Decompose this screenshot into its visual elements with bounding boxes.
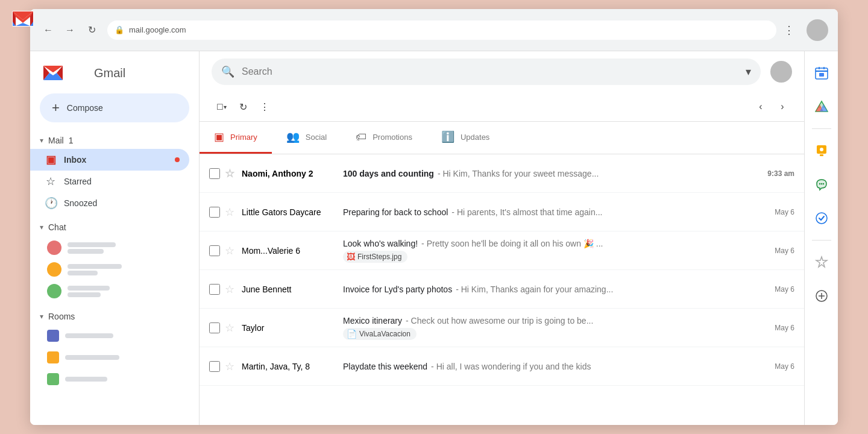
star-ext-icon[interactable]: [810, 250, 834, 274]
rooms-item-3[interactable]: [30, 368, 199, 390]
email-row-1[interactable]: ☆ Naomi, Anthony 2 100 days and counting…: [200, 154, 804, 193]
tab-promotions[interactable]: 🏷 Promotions: [341, 122, 427, 154]
chat-section-header[interactable]: ▾ Chat: [30, 219, 199, 236]
mail-chevron-icon: ▾: [40, 136, 43, 145]
forward-button[interactable]: →: [61, 22, 78, 39]
address-bar[interactable]: 🔒 mail.google.com: [107, 20, 776, 40]
nav-buttons: ← → ↻: [40, 22, 100, 39]
chat-item-1[interactable]: [30, 237, 199, 259]
attachment-icon-5: 📄: [347, 329, 357, 339]
add-ext-icon[interactable]: [810, 284, 834, 308]
attachment-name-3: FirstSteps.jpg: [357, 253, 401, 261]
primary-tab-icon: ▣: [214, 130, 224, 143]
email-main-line-6: Playdate this weekend - Hi all, I was wo…: [343, 362, 747, 371]
browser-menu-icon[interactable]: ⋮: [784, 24, 794, 37]
email-sender-4: June Bennett: [242, 285, 338, 294]
social-tab-icon: 👥: [286, 130, 300, 143]
email-star-2[interactable]: ☆: [225, 206, 237, 219]
rooms-item-2[interactable]: [30, 347, 199, 368]
email-row-2[interactable]: ☆ Little Gators Daycare Preparing for ba…: [200, 193, 804, 231]
chat-line-1b: [68, 249, 104, 254]
email-sender-1: Naomi, Anthony 2: [242, 169, 338, 178]
inbox-dot: [175, 157, 180, 162]
email-checkbox-3[interactable]: [209, 245, 220, 256]
email-checkbox-5[interactable]: [209, 322, 220, 333]
starred-icon: ☆: [45, 175, 57, 188]
address-text: mail.google.com: [129, 25, 186, 34]
google-calendar-icon[interactable]: [810, 61, 834, 85]
tab-social[interactable]: 👥 Social: [272, 122, 341, 154]
email-sender-3: Mom...Valerie 6: [242, 246, 338, 256]
email-time-2: May 6: [752, 208, 794, 216]
attachment-icon-3: 🖼: [347, 252, 355, 262]
email-star-4[interactable]: ☆: [225, 283, 237, 296]
email-row-5[interactable]: ☆ Taylor Mexico itinerary - Check out ho…: [200, 309, 804, 347]
updates-tab-label: Updates: [461, 133, 489, 142]
compose-label: Compose: [67, 103, 103, 113]
chat-line-3a: [68, 286, 110, 291]
prev-icon: ‹: [759, 101, 762, 112]
email-star-6[interactable]: ☆: [225, 360, 237, 373]
refresh-button[interactable]: ↻: [233, 97, 253, 116]
email-row-4[interactable]: ☆ June Bennett Invoice for Lyd's party p…: [200, 270, 804, 309]
svg-rect-6: [819, 73, 824, 77]
email-checkbox-1[interactable]: [209, 168, 220, 179]
email-snippet-3: - Pretty soon he'll be doing it all on h…: [421, 239, 603, 248]
chat-item-3[interactable]: [30, 280, 199, 302]
mail-section-header[interactable]: ▾ Mail 1: [30, 132, 199, 149]
mail-section-label: Mail: [48, 136, 64, 145]
email-checkbox-2[interactable]: [209, 207, 220, 218]
email-row-3[interactable]: ☆ Mom...Valerie 6 Look who's walking! - …: [200, 231, 804, 270]
email-star-1[interactable]: ☆: [225, 167, 237, 180]
prev-page-button[interactable]: ‹: [751, 97, 770, 116]
rooms-section-header[interactable]: ▾ Rooms: [30, 308, 199, 325]
search-dropdown-icon[interactable]: ▾: [746, 65, 751, 78]
room-icon-1: [47, 330, 59, 342]
google-chat-icon[interactable]: [810, 172, 834, 197]
select-all-button[interactable]: ☐▾: [212, 97, 231, 116]
email-subject-6: Playdate this weekend: [343, 362, 427, 371]
email-body-6: Playdate this weekend - Hi all, I was wo…: [343, 362, 747, 371]
rooms-items: [30, 325, 199, 390]
email-row-6[interactable]: ☆ Martin, Java, Ty, 8 Playdate this week…: [200, 347, 804, 386]
sidebar-item-inbox[interactable]: ▣ Inbox: [30, 149, 189, 171]
inbox-label: Inbox: [64, 155, 168, 165]
email-body-1: 100 days and counting - Hi Kim, Thanks f…: [343, 169, 747, 178]
tab-primary[interactable]: ▣ Primary: [200, 122, 272, 154]
reload-button[interactable]: ↻: [83, 22, 100, 39]
pagination: ‹ ›: [751, 97, 792, 116]
rooms-item-1[interactable]: [30, 325, 199, 347]
browser-profile-avatar[interactable]: [807, 19, 828, 41]
chat-section-label: Chat: [48, 222, 66, 232]
compose-button[interactable]: + Compose: [40, 93, 189, 122]
user-avatar[interactable]: [770, 61, 792, 83]
more-options-button[interactable]: ⋮: [255, 97, 274, 116]
next-page-button[interactable]: ›: [773, 97, 792, 116]
google-tasks-icon[interactable]: [810, 206, 834, 230]
email-main-line-1: 100 days and counting - Hi Kim, Thanks f…: [343, 169, 747, 178]
google-keep-icon[interactable]: [810, 139, 834, 163]
sidebar-item-starred[interactable]: ☆ Starred: [30, 171, 189, 192]
rooms-item-lines-2: [65, 355, 119, 360]
svg-rect-3: [816, 71, 828, 72]
inbox-icon: ▣: [45, 153, 57, 166]
chat-line-2a: [68, 264, 122, 269]
email-star-5[interactable]: ☆: [225, 321, 237, 335]
email-star-3[interactable]: ☆: [225, 244, 237, 257]
tab-updates[interactable]: ℹ️ Updates: [427, 122, 504, 154]
rooms-item-lines-1: [65, 333, 113, 338]
google-drive-icon[interactable]: [810, 95, 834, 119]
select-dropdown-icon: ▾: [224, 104, 227, 110]
chat-line-2b: [68, 271, 98, 275]
email-checkbox-6[interactable]: [209, 361, 220, 372]
search-bar[interactable]: 🔍 Search ▾: [212, 58, 761, 85]
rooms-section-label: Rooms: [48, 312, 75, 321]
email-body-5: Mexico itinerary - Check out how awesome…: [343, 316, 747, 340]
email-checkbox-4[interactable]: [209, 284, 220, 295]
back-button[interactable]: ←: [40, 22, 57, 39]
chat-avatar-1: [47, 241, 61, 255]
sidebar-item-snoozed[interactable]: 🕐 Snoozed: [30, 192, 189, 214]
chat-item-2[interactable]: [30, 259, 199, 280]
rooms-line-1: [65, 333, 113, 338]
snoozed-icon: 🕐: [45, 197, 57, 210]
